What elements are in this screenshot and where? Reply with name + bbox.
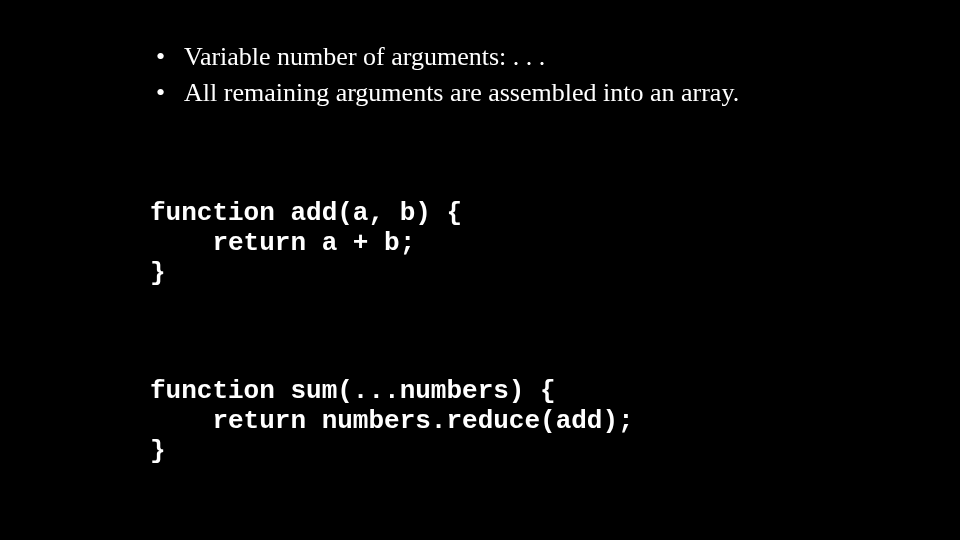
slide: Variable number of arguments: . . . All …: [0, 0, 960, 540]
code-area: function add(a, b) { return a + b; } fun…: [150, 140, 810, 540]
bullet-item: Variable number of arguments: . . .: [150, 40, 810, 74]
code-block-add: function add(a, b) { return a + b; }: [150, 199, 810, 289]
bullet-item: All remaining arguments are assembled in…: [150, 76, 810, 110]
code-block-sum: function sum(...numbers) { return number…: [150, 377, 810, 467]
bullet-list: Variable number of arguments: . . . All …: [150, 40, 810, 112]
